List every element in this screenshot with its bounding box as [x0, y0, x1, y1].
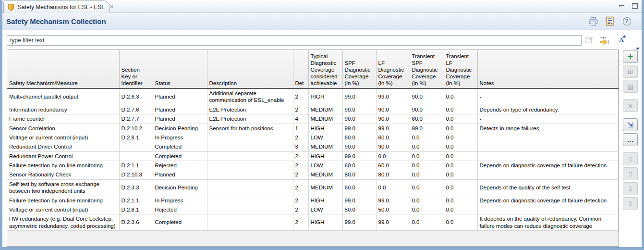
- table-cell[interactable]: 0.0: [410, 179, 444, 196]
- report-icon[interactable]: [605, 16, 615, 26]
- column-header[interactable]: SPF Diagnostic Coverage (in %): [342, 50, 376, 88]
- table-cell[interactable]: Redundant Power Control: [7, 151, 119, 161]
- table-cell[interactable]: [477, 133, 619, 142]
- column-header[interactable]: Description: [207, 50, 293, 88]
- table-cell[interactable]: 0.0: [444, 196, 477, 205]
- column-header[interactable]: Section Key or Identifier: [119, 50, 153, 88]
- table-cell[interactable]: 0.0: [444, 151, 477, 161]
- table-row[interactable]: Self-test by software cross exchange bet…: [7, 179, 619, 196]
- table-cell[interactable]: D.2.1.1: [119, 161, 153, 170]
- table-row[interactable]: Sensor CorrelationD.2.10.2Decision Pendi…: [7, 124, 619, 133]
- table-cell[interactable]: 0.0: [444, 133, 477, 142]
- table-cell[interactable]: D.2.10.2: [119, 124, 153, 133]
- delete-button[interactable]: ×: [623, 99, 638, 112]
- table-cell[interactable]: Depends on type of redundancy.: [477, 105, 619, 114]
- table-row[interactable]: Redundant Driver ControlCompleted3MEDIUM…: [7, 142, 619, 151]
- table-cell[interactable]: Completed: [153, 214, 207, 231]
- help-icon[interactable]: ?: [621, 16, 632, 26]
- table-cell[interactable]: Detects in range failures: [477, 124, 619, 133]
- table-cell[interactable]: 60.0: [376, 161, 410, 170]
- table-cell[interactable]: 2: [293, 151, 308, 161]
- table-cell[interactable]: 60.0: [376, 133, 410, 142]
- table-cell[interactable]: 2: [293, 88, 308, 105]
- table-cell[interactable]: Sensors for both positions: [207, 124, 293, 133]
- table-cell[interactable]: 0.0: [444, 88, 477, 105]
- table-cell[interactable]: 0.0: [410, 133, 444, 142]
- table-cell[interactable]: [477, 151, 619, 161]
- add-button[interactable]: +: [623, 50, 638, 63]
- close-icon[interactable]: ✕: [109, 4, 114, 10]
- table-cell[interactable]: 0.0: [444, 179, 477, 196]
- table-cell[interactable]: Depends on diagnostic coverage of failur…: [477, 196, 619, 205]
- table-cell[interactable]: MEDIUM: [308, 170, 342, 179]
- table-row[interactable]: Voltage or current control (input)D.2.8.…: [7, 133, 619, 142]
- table-cell[interactable]: 2: [293, 105, 308, 114]
- table-cell[interactable]: -: [477, 114, 619, 124]
- column-header[interactable]: Transient LF Diagnostic Coverage (in %): [444, 50, 477, 88]
- table-cell[interactable]: 99.0: [376, 124, 410, 133]
- table-cell[interactable]: Self-test by software cross exchange bet…: [7, 179, 119, 196]
- table-cell[interactable]: Information redundancy: [7, 105, 119, 114]
- table-cell[interactable]: Rejected: [153, 161, 207, 170]
- table-cell[interactable]: LOW: [308, 161, 342, 170]
- table-cell[interactable]: Decision Pending: [153, 124, 207, 133]
- table-cell[interactable]: 0.0: [444, 124, 477, 133]
- table-row[interactable]: Multi-channel parallel outputD.2.6.3Plan…: [7, 88, 619, 105]
- table-cell[interactable]: Completed: [153, 151, 207, 161]
- column-header[interactable]: Notes: [477, 50, 619, 88]
- table-cell[interactable]: 60.0: [342, 133, 376, 142]
- table-cell[interactable]: D.2.1.1: [119, 196, 153, 205]
- column-header[interactable]: Status: [153, 50, 207, 88]
- table-cell[interactable]: D.2.6.3: [119, 88, 153, 105]
- table-cell[interactable]: 80.0: [342, 170, 376, 179]
- table-cell[interactable]: 90.0: [342, 114, 376, 124]
- table-cell[interactable]: HIGH: [308, 88, 342, 105]
- table-cell[interactable]: 0.0: [444, 170, 477, 179]
- table-cell[interactable]: E2E Protection: [207, 114, 293, 124]
- table-cell[interactable]: Planned: [153, 88, 207, 105]
- table-cell[interactable]: 0.0: [444, 205, 477, 214]
- table-cell[interactable]: MEDIUM: [308, 179, 342, 196]
- font-increase-icon[interactable]: A: [616, 34, 627, 46]
- move-down-button[interactable]: ⇩: [623, 182, 638, 195]
- column-header[interactable]: Typical Diagnostic Coverage considered a…: [308, 50, 342, 88]
- table-cell[interactable]: 0.0: [444, 142, 477, 151]
- table-cell[interactable]: 3: [293, 142, 308, 151]
- table-cell[interactable]: 60.0: [342, 161, 376, 170]
- move-top-button[interactable]: ⇧: [623, 152, 638, 165]
- table-cell[interactable]: 0.0: [410, 196, 444, 205]
- expand-gold-arrow-icon[interactable]: [599, 34, 609, 46]
- table-cell[interactable]: D.2.7.6: [119, 105, 153, 114]
- table-cell[interactable]: 2: [293, 170, 308, 179]
- table-cell[interactable]: [119, 142, 153, 151]
- table-cell[interactable]: [207, 142, 293, 151]
- table-cell[interactable]: MEDIUM: [308, 142, 342, 151]
- table-cell[interactable]: 2: [293, 133, 308, 142]
- table-cell[interactable]: D.2.3.6: [119, 214, 153, 231]
- table-cell[interactable]: In Progress: [153, 196, 207, 205]
- table-cell[interactable]: [207, 161, 293, 170]
- table-cell[interactable]: 1: [293, 124, 308, 133]
- table-cell[interactable]: 0.0: [410, 151, 444, 161]
- minimize-icon[interactable]: [618, 2, 625, 9]
- table-cell[interactable]: HW redundancy (e.g. Dual Core Lockstep, …: [7, 214, 119, 231]
- table-cell[interactable]: Sensor Correlation: [7, 124, 119, 133]
- tab-safety-mechanisms[interactable]: Safety Mechanisms for ESL - ESL ✕: [3, 0, 110, 13]
- table-cell[interactable]: 4: [293, 114, 308, 124]
- table-cell[interactable]: 0.0: [444, 105, 477, 114]
- table-cell[interactable]: [477, 142, 619, 151]
- more-button[interactable]: …: [623, 133, 638, 146]
- table-cell[interactable]: 99.0: [342, 214, 376, 231]
- table-cell[interactable]: [207, 179, 293, 196]
- table-cell[interactable]: 0.0: [410, 142, 444, 151]
- table-cell[interactable]: 90.0: [376, 105, 410, 114]
- column-header[interactable]: Safety Mechanism/Measure: [7, 50, 119, 88]
- table-cell[interactable]: E2E Protection: [207, 105, 293, 114]
- table-cell[interactable]: Decision Pending: [153, 179, 207, 196]
- printer-icon[interactable]: [588, 16, 598, 26]
- table-cell[interactable]: Frame counter: [7, 114, 119, 124]
- table-cell[interactable]: 2: [293, 179, 308, 196]
- table-cell[interactable]: 99.0: [342, 124, 376, 133]
- table-cell[interactable]: Redundant Driver Control: [7, 142, 119, 151]
- table-cell[interactable]: 90.0: [342, 142, 376, 151]
